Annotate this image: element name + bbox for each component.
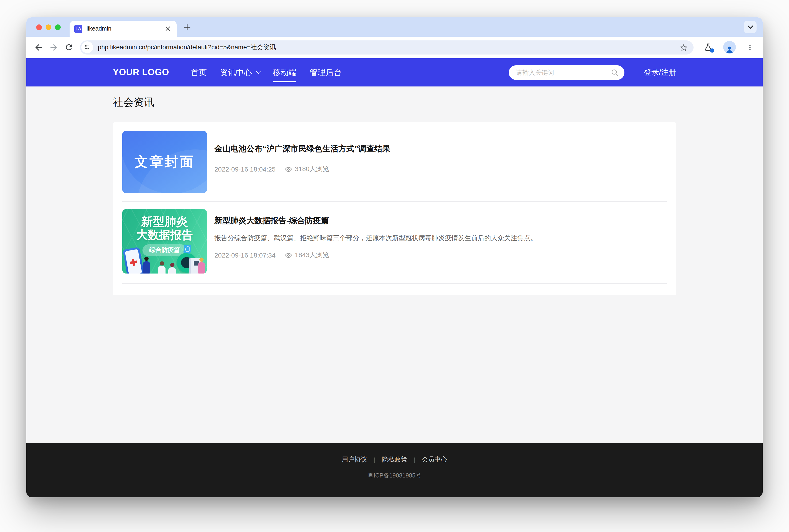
page-content: 社会资讯 文章封面 金山电池公布“沪广深市民绿色生活方式”调查结果 2022- [26,87,763,443]
forward-button[interactable] [46,40,61,55]
zoom-window-button[interactable] [55,24,61,30]
eye-icon [284,251,293,259]
experiments-flask-icon[interactable] [701,40,715,54]
article-title[interactable]: 金山电池公布“沪广深市民绿色生活方式”调查结果 [214,143,667,154]
window-controls [26,24,61,30]
article-description: 报告分综合防疫篇、武汉篇、拒绝野味篇三个部分，还原本次新型冠状病毒肺炎疫情发生前… [214,233,667,243]
article-date: 2022-09-16 18:04:25 [214,166,276,173]
row-divider [122,283,667,284]
browser-toolbar: php.likeadmin.cn/pc/information/default?… [26,37,763,58]
icp-record-number: 粤ICP备19081985号 [368,472,421,480]
browser-tab[interactable]: LA likeadmin [70,21,177,37]
cover-title-line: 大数据报告 [122,228,207,241]
flask-notification-dot [710,48,714,52]
tab-search-chevron-button[interactable] [744,21,756,33]
article-views: 1843人浏览 [295,251,329,260]
tab-favicon: LA [74,25,82,33]
browser-window: LA likeadmin [26,17,763,497]
site-nav-menu: 首页 资讯中心 移动端 管理后台 [184,58,348,87]
article-date: 2022-09-16 18:07:34 [214,251,276,259]
person-illustration [143,256,150,273]
footer-link-user-agreement[interactable]: 用户协议 [342,455,367,464]
fingerprint-illustration [183,244,192,254]
profile-avatar[interactable] [723,41,736,54]
person-illustration [158,261,166,273]
person-illustration [198,258,205,273]
reload-button[interactable] [61,40,76,55]
nav-item-home[interactable]: 首页 [184,58,213,87]
footer-separator: | [374,456,375,463]
article-cover-image[interactable]: 新型肺炎 大数据报告 综合防疫篇 [122,209,207,273]
article-title[interactable]: 新型肺炎大数据报告-综合防疫篇 [214,215,667,226]
article-cover-image[interactable]: 文章封面 [122,131,207,193]
tab-title: likeadmin [87,25,164,32]
desktop: LA likeadmin [0,0,789,532]
url-text[interactable]: php.likeadmin.cn/pc/information/default?… [98,43,679,52]
cover-badge: 综合防疫篇 [142,245,187,256]
keyword-search-box[interactable] [509,65,624,80]
row-divider [122,201,667,202]
nav-item-mobile[interactable]: 移动端 [266,58,303,87]
cover-title-line: 新型肺炎 [122,209,207,228]
site-settings-icon[interactable] [81,41,93,53]
bookmark-star-icon[interactable] [679,43,688,52]
nav-item-news-center[interactable]: 资讯中心 [213,58,266,87]
article-list-card: 文章封面 金山电池公布“沪广深市民绿色生活方式”调查结果 2022-09-16 … [113,122,676,295]
address-bar[interactable]: php.likeadmin.cn/pc/information/default?… [80,40,694,54]
nav-item-admin[interactable]: 管理后台 [303,58,348,87]
footer-separator: | [414,456,415,463]
page-title: 社会资讯 [113,87,676,110]
close-window-button[interactable] [36,24,42,30]
eye-icon [284,165,293,173]
article-meta: 2022-09-16 18:04:25 3180人浏览 [214,165,667,173]
keyword-search-input[interactable] [516,69,610,76]
minimize-window-button[interactable] [45,24,51,30]
site-navbar: YOUR LOGO 首页 资讯中心 移动端 管理后台 [26,58,763,87]
footer-links: 用户协议 | 隐私政策 | 会员中心 [342,455,447,464]
tab-close-icon[interactable] [164,24,172,33]
cover-placeholder-text: 文章封面 [122,131,207,193]
chevron-down-icon [256,69,261,74]
back-button[interactable] [31,40,46,55]
browser-menu-icon[interactable] [744,41,756,53]
article-views: 3180人浏览 [295,165,329,173]
article-row[interactable]: 文章封面 金山电池公布“沪广深市民绿色生活方式”调查结果 2022-09-16 … [122,131,667,193]
tab-strip: LA likeadmin [26,17,763,37]
search-icon[interactable] [610,69,619,76]
footer-link-member-center[interactable]: 会员中心 [422,455,447,464]
new-tab-button[interactable] [181,20,194,34]
article-meta: 2022-09-16 18:07:34 1843人浏览 [214,251,667,260]
footer-link-privacy-policy[interactable]: 隐私政策 [382,455,407,464]
login-register-link[interactable]: 登录/注册 [644,68,676,77]
site-logo[interactable]: YOUR LOGO [113,67,169,78]
site-footer: 用户协议 | 隐私政策 | 会员中心 粤ICP备19081985号 [26,443,763,497]
article-row[interactable]: 新型肺炎 大数据报告 综合防疫篇 [122,209,667,273]
person-illustration [168,263,176,273]
